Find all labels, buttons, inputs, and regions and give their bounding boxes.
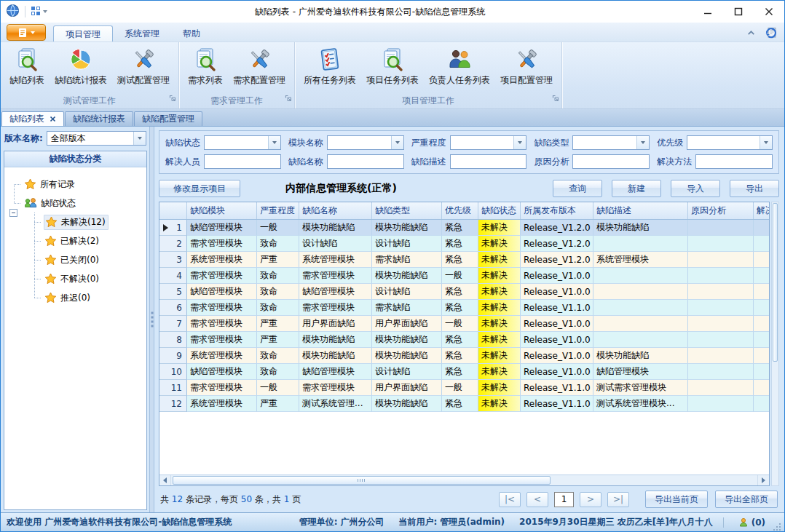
quick-access-grid-icon[interactable] xyxy=(31,6,41,18)
export-button[interactable]: 导出 xyxy=(730,180,779,197)
grid-col-header[interactable]: 缺陷名称 xyxy=(299,202,372,219)
tree-item-closed[interactable]: 已关闭(0) xyxy=(4,250,146,269)
tree-item-wont-fix[interactable]: 不解决(0) xyxy=(4,269,146,288)
tree-item-postponed[interactable]: 推迟(0) xyxy=(4,288,146,307)
vertical-scrollbar[interactable] xyxy=(771,202,779,486)
prev-page-button[interactable]: < xyxy=(526,492,548,507)
filter-text-cause-analysis[interactable] xyxy=(572,154,650,169)
vscroll-thumb[interactable] xyxy=(773,203,778,362)
ribbon-button-project-config[interactable]: 项目配置管理 xyxy=(495,44,558,95)
messenger-indicator[interactable]: (0) xyxy=(738,517,765,528)
tab-close-icon[interactable] xyxy=(50,114,56,124)
new-button[interactable]: 新建 xyxy=(612,180,661,197)
grid-col-header[interactable]: 缺陷模块 xyxy=(187,202,257,219)
dropdown-caret-icon[interactable] xyxy=(636,136,649,149)
grid-col-header[interactable]: 原因分析 xyxy=(688,202,754,219)
horizontal-scrollbar[interactable] xyxy=(159,475,769,485)
grid-cell xyxy=(688,316,754,332)
ribbon-button-requirement-list[interactable]: 需求列表 xyxy=(183,44,228,95)
grid-col-header[interactable]: 严重程度 xyxy=(257,202,299,219)
table-row[interactable]: 11需求管理模块一般需求管理模块用户界面缺陷一般未解决Release_V1.1.… xyxy=(159,380,769,396)
table-row[interactable]: 9系统管理模块致命模块功能缺陷模块功能缺陷紧急未解决Release_V1.0.0… xyxy=(159,348,769,364)
ribbon-button-owner-tasks[interactable]: 负责人任务列表 xyxy=(424,44,495,95)
scroll-left-icon[interactable] xyxy=(159,475,171,485)
row-indicator: 3 xyxy=(159,252,187,268)
filter-text-defect-desc[interactable] xyxy=(450,154,527,169)
filter-dropdown-defect-type[interactable] xyxy=(572,135,650,150)
dialog-launcher-icon[interactable] xyxy=(285,93,292,106)
minimize-button[interactable] xyxy=(693,1,723,23)
grid-col-header[interactable] xyxy=(159,202,187,219)
ribbon-button-defect-list[interactable]: 缺陷列表 xyxy=(4,44,50,95)
dropdown-caret-icon[interactable] xyxy=(760,136,772,149)
sidebar-splitter[interactable] xyxy=(149,127,154,512)
import-button[interactable]: 导入 xyxy=(671,180,720,197)
table-row[interactable]: 12系统管理模块严重测试系统管理...模块功能缺陷紧急未解决Release_V1… xyxy=(159,396,769,412)
page-number-input[interactable]: 1 xyxy=(554,492,574,507)
doc-tab-defect-list[interactable]: 缺陷列表 xyxy=(1,111,64,126)
hscroll-thumb[interactable] xyxy=(173,476,551,485)
grid-col-header[interactable]: 缺陷类型 xyxy=(372,202,442,219)
table-row[interactable]: 7需求管理模块严重用户界面缺陷用户界面缺陷一般未解决Release_V1.0.0 xyxy=(159,316,769,332)
filter-text-defect-name[interactable] xyxy=(327,154,404,169)
version-select-caret[interactable] xyxy=(133,132,146,145)
ribbon-tab[interactable]: 系统管理 xyxy=(113,25,171,41)
table-row[interactable]: 6需求管理模块致命需求管理模块需求缺陷紧急未解决Release_V1.1.0 xyxy=(159,300,769,316)
ribbon-tab[interactable]: 帮助 xyxy=(171,25,212,41)
tree-item-all-records[interactable]: 所有记录 xyxy=(4,175,146,194)
table-row[interactable]: 2需求管理模块致命设计缺陷设计缺陷紧急未解决Release_V1.2.0 xyxy=(159,236,769,252)
filter-label: 原因分析 xyxy=(534,156,569,168)
dialog-launcher-icon[interactable] xyxy=(169,93,176,106)
doc-tab-defect-report[interactable]: 缺陷统计报表 xyxy=(65,111,133,126)
collapse-ribbon-icon[interactable] xyxy=(746,28,756,40)
resize-grip-icon[interactable] xyxy=(773,523,781,531)
filter-dropdown-priority[interactable] xyxy=(687,135,773,150)
first-page-button[interactable]: |< xyxy=(499,492,521,507)
export-current-page-button[interactable]: 导出当前页 xyxy=(645,491,708,508)
dialog-launcher-icon[interactable] xyxy=(552,93,559,106)
maximize-button[interactable] xyxy=(723,1,754,23)
tree-item-label: 所有记录 xyxy=(40,178,75,191)
next-page-button[interactable]: > xyxy=(580,492,601,507)
grid-col-header[interactable]: 优先级 xyxy=(442,202,478,219)
modify-columns-button[interactable]: 修改显示项目 xyxy=(159,180,240,197)
ribbon-button-all-tasks[interactable]: 所有任务列表 xyxy=(299,44,361,95)
table-row[interactable]: 3系统管理模块严重系统管理模块需求缺陷紧急未解决Release_V1.2.0系统… xyxy=(159,252,769,268)
scroll-right-icon[interactable] xyxy=(757,475,769,485)
table-row[interactable]: 4需求管理模块致命需求管理模块模块功能缺陷一般未解决Release_V1.0.0 xyxy=(159,268,769,284)
export-all-pages-button[interactable]: 导出全部页 xyxy=(715,491,778,508)
ribbon-tab[interactable]: 项目管理 xyxy=(53,25,113,41)
dropdown-caret-icon[interactable] xyxy=(268,136,280,149)
ribbon-button-defect-report[interactable]: 缺陷统计报表 xyxy=(50,44,112,95)
dropdown-caret-icon[interactable] xyxy=(513,136,526,149)
tree-item-unresolved[interactable]: 未解决(12) xyxy=(4,213,146,231)
ribbon-button-requirement-config[interactable]: 需求配置管理 xyxy=(228,44,291,95)
star-icon xyxy=(24,178,36,191)
grid-col-header[interactable]: 缺陷状态 xyxy=(478,202,521,219)
app-menu-button[interactable] xyxy=(7,24,46,41)
grid-col-header[interactable]: 所属发布版本 xyxy=(521,202,593,219)
filter-dropdown-module-name[interactable] xyxy=(327,135,404,150)
ribbon-button-project-tasks[interactable]: 项目任务列表 xyxy=(361,44,424,95)
table-row[interactable]: 1缺陷管理模块一般模块功能缺陷模块功能缺陷紧急未解决Release_V1.2.0… xyxy=(159,220,769,236)
dropdown-caret-icon[interactable] xyxy=(391,136,403,149)
filter-dropdown-severity[interactable] xyxy=(450,135,527,150)
filter-text-solution[interactable] xyxy=(695,154,773,169)
close-button[interactable] xyxy=(754,1,784,23)
refresh-style-icon[interactable] xyxy=(765,26,778,41)
query-button[interactable]: 查询 xyxy=(553,180,602,197)
table-row[interactable]: 8需求管理模块严重模块功能缺陷模块功能缺陷紧急未解决Release_V1.0.0 xyxy=(159,332,769,348)
last-page-button[interactable]: >| xyxy=(607,492,629,507)
grid-col-header[interactable]: 缺陷描述 xyxy=(593,202,688,219)
tree-item-defect-status[interactable]: 缺陷状态 xyxy=(4,194,146,213)
tree-item-label: 已解决(2) xyxy=(60,235,99,247)
filter-dropdown-defect-status[interactable] xyxy=(204,135,281,150)
ribbon-button-test-config[interactable]: 测试配置管理 xyxy=(112,44,175,95)
doc-tab-defect-config[interactable]: 缺陷配置管理 xyxy=(134,111,202,126)
version-select[interactable]: 全部版本 xyxy=(47,131,146,146)
table-row[interactable]: 10缺陷管理模块致命缺陷管理模块设计缺陷紧急未解决Release_V1.0.0缺… xyxy=(159,364,769,380)
tree-item-resolved[interactable]: 已解决(2) xyxy=(4,231,146,250)
grid-col-header[interactable]: 解决方法 xyxy=(754,202,769,219)
filter-text-resolver[interactable] xyxy=(204,154,281,169)
table-row[interactable]: 5缺陷管理模块致命缺陷管理模块设计缺陷紧急未解决Release_V1.0.0 xyxy=(159,284,769,300)
